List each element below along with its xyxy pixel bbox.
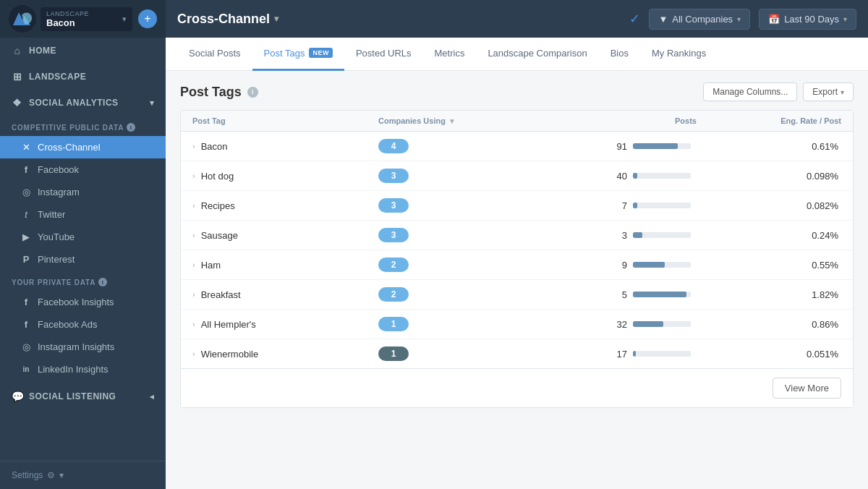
companies-sort-icon: ▼ <box>448 117 456 125</box>
posts-bar-fill-6 <box>633 321 663 327</box>
posts-num-5: 5 <box>610 289 627 300</box>
pinterest-icon: P <box>20 254 32 265</box>
tab-post-tags[interactable]: Post Tags NEW <box>252 38 344 71</box>
landscape-selector[interactable]: LANDSCAPE Bacon ▾ <box>41 7 132 31</box>
companies-cell-3: 3 <box>378 228 581 242</box>
sidebar-item-instagram-insights[interactable]: ◎ Instagram Insights <box>0 336 166 358</box>
manage-columns-button[interactable]: Manage Columns... <box>703 82 797 101</box>
private-info-icon[interactable]: i <box>98 278 107 286</box>
sidebar-item-linkedin-insights-label: LinkedIn Insights <box>38 364 109 375</box>
row-expand-icon-5[interactable]: › <box>192 290 195 299</box>
tab-bios[interactable]: Bios <box>599 38 640 71</box>
companies-filter-button[interactable]: ▼ All Companies ▾ <box>649 9 750 30</box>
sidebar-item-pinterest[interactable]: P Pinterest <box>0 248 166 271</box>
sidebar-item-instagram[interactable]: ◎ Instagram <box>0 181 166 203</box>
post-tags-info-icon[interactable]: i <box>247 87 258 98</box>
tab-my-rankings[interactable]: My Rankings <box>640 38 718 71</box>
social-analytics-header[interactable]: ❖ SOCIAL ANALYTICS ▾ <box>0 90 166 116</box>
posts-cell-1: 40 <box>581 171 697 182</box>
row-expand-icon-4[interactable]: › <box>192 260 195 269</box>
tab-social-posts[interactable]: Social Posts <box>177 38 252 71</box>
social-listening-chevron-icon: ◂ <box>150 392 155 401</box>
col-header-companies[interactable]: Companies Using ▼ <box>378 116 581 125</box>
sidebar-item-facebook-insights[interactable]: f Facebook Insights <box>0 291 166 313</box>
posts-cell-0: 91 <box>581 141 697 152</box>
sidebar-item-twitter-label: Twitter <box>38 209 65 220</box>
checkmark-icon: ✓ <box>629 11 640 27</box>
sidebar-logo: LANDSCAPE Bacon ▾ + <box>0 0 166 38</box>
sidebar-item-facebook-ads[interactable]: f Facebook Ads <box>0 313 166 336</box>
table-row: › Ham 2 9 0.55% <box>181 250 853 280</box>
table-row: › Sausage 3 3 0.24% <box>181 221 853 250</box>
add-landscape-button[interactable]: + <box>138 9 157 28</box>
tag-cell-2: › Recipes <box>192 200 378 211</box>
table-row: › Recipes 3 7 0.082% <box>181 191 853 221</box>
sidebar-item-landscape[interactable]: ⊞ LANDSCAPE <box>0 64 166 90</box>
facebook-ads-icon: f <box>20 319 32 330</box>
tab-navigation: Social Posts Post Tags NEW Posted URLs M… <box>166 38 868 71</box>
tag-cell-5: › Breakfast <box>192 289 378 300</box>
sidebar-item-facebook[interactable]: f Facebook <box>0 158 166 181</box>
row-expand-icon-6[interactable]: › <box>192 320 195 328</box>
row-expand-icon-1[interactable]: › <box>192 171 195 180</box>
export-button[interactable]: Export ▾ <box>803 82 854 101</box>
row-expand-icon-0[interactable]: › <box>192 142 195 150</box>
table-row: › Wienermobile 1 17 0.051% <box>181 339 853 368</box>
sidebar-item-instagram-label: Instagram <box>38 187 80 197</box>
sidebar-item-twitter[interactable]: t Twitter <box>0 203 166 226</box>
tab-posted-urls[interactable]: Posted URLs <box>344 38 423 71</box>
sidebar-item-facebook-insights-label: Facebook Insights <box>38 297 114 307</box>
landscape-icon: ⊞ <box>12 71 23 82</box>
tag-name-1: Hot dog <box>201 171 234 182</box>
youtube-icon: ▶ <box>20 231 32 242</box>
tag-name-5: Breakfast <box>201 289 241 300</box>
row-expand-icon-3[interactable]: › <box>192 231 195 239</box>
row-expand-icon-7[interactable]: › <box>192 349 195 358</box>
companies-badge-2: 3 <box>378 198 409 213</box>
table-row: › Hot dog 3 40 0.098% <box>181 161 853 191</box>
eng-cell-7: 0.051% <box>697 349 841 360</box>
view-more-button[interactable]: View More <box>773 378 841 399</box>
col-header-eng-rate: Eng. Rate / Post <box>697 116 841 125</box>
social-listening-header[interactable]: 💬 SOCIAL LISTENING ◂ <box>0 383 166 409</box>
date-range-button[interactable]: 📅 Last 90 Days ▾ <box>759 9 856 30</box>
companies-cell-5: 2 <box>378 287 581 302</box>
table-row: › Bacon 4 91 0.61% <box>181 132 853 161</box>
social-analytics-label: SOCIAL ANALYTICS <box>29 98 119 108</box>
instagram-insights-icon: ◎ <box>20 341 32 352</box>
posts-bar-3 <box>633 232 691 238</box>
companies-cell-4: 2 <box>378 258 581 272</box>
tab-metrics[interactable]: Metrics <box>423 38 477 71</box>
settings-footer[interactable]: Settings ⚙ ▾ <box>0 461 166 489</box>
post-tags-title: Post Tags <box>180 85 242 100</box>
svg-point-0 <box>9 5 36 33</box>
sidebar-item-home[interactable]: ⌂ HOME <box>0 38 166 64</box>
posts-bar-fill-3 <box>633 232 642 238</box>
tag-cell-3: › Sausage <box>192 230 378 241</box>
competitive-section-header: COMPETITIVE PUBLIC DATA i <box>0 116 166 136</box>
posts-num-6: 32 <box>610 319 627 330</box>
posts-bar-fill-5 <box>633 292 686 297</box>
eng-cell-0: 0.61% <box>697 141 841 152</box>
posts-bar-2 <box>633 203 691 208</box>
companies-cell-6: 1 <box>378 317 581 331</box>
posts-cell-4: 9 <box>581 260 697 271</box>
posts-num-3: 3 <box>610 230 627 241</box>
sidebar-item-cross-channel[interactable]: ✕ Cross-Channel <box>0 136 166 158</box>
filter-icon: ▼ <box>658 14 668 25</box>
companies-badge-5: 2 <box>378 287 409 302</box>
sidebar-item-youtube[interactable]: ▶ YouTube <box>0 226 166 248</box>
table-row: › All Hempler's 1 32 0.86% <box>181 310 853 339</box>
companies-badge-3: 3 <box>378 228 409 242</box>
tab-landscape-comparison[interactable]: Landscape Comparison <box>476 38 598 71</box>
social-analytics-icon: ❖ <box>12 97 23 109</box>
companies-badge-7: 1 <box>378 346 409 361</box>
row-expand-icon-2[interactable]: › <box>192 201 195 210</box>
eng-cell-6: 0.86% <box>697 319 841 330</box>
sidebar-item-instagram-insights-label: Instagram Insights <box>38 341 114 352</box>
posts-cell-5: 5 <box>581 289 697 300</box>
eng-cell-1: 0.098% <box>697 171 841 182</box>
competitive-info-icon[interactable]: i <box>127 123 135 132</box>
posts-bar-fill-7 <box>633 351 636 357</box>
sidebar-item-linkedin-insights[interactable]: in LinkedIn Insights <box>0 358 166 380</box>
